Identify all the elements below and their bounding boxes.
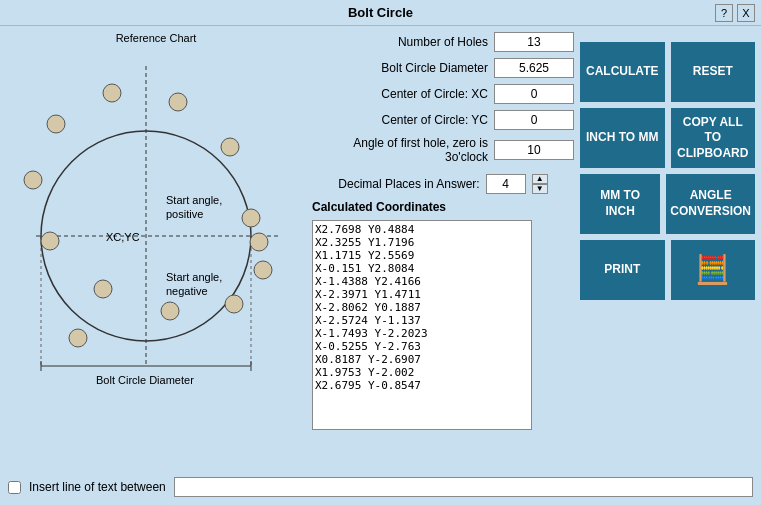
num-holes-row: Number of Holes (312, 32, 574, 52)
svg-text:Bolt Circle Diameter: Bolt Circle Diameter (96, 374, 194, 386)
svg-point-15 (221, 138, 239, 156)
num-holes-label: Number of Holes (398, 35, 488, 49)
center-yc-input[interactable] (494, 110, 574, 130)
title-controls: ? X (715, 4, 755, 22)
help-button[interactable]: ? (715, 4, 733, 22)
insert-text-input[interactable] (174, 477, 753, 497)
title-bar: Bolt Circle ? X (0, 0, 761, 26)
title-text: Bolt Circle (348, 5, 413, 20)
svg-point-25 (250, 233, 268, 251)
center-yc-label: Center of Circle: YC (382, 113, 488, 127)
decimal-input[interactable] (486, 174, 526, 194)
svg-point-23 (225, 295, 243, 313)
svg-text:Start angle,: Start angle, (166, 271, 222, 283)
insert-checkbox[interactable] (8, 481, 21, 494)
calculator-icon: 🧮 (695, 252, 730, 288)
decimal-spinner: ▲ ▼ (532, 174, 548, 194)
bolt-diameter-input[interactable] (494, 58, 574, 78)
main-content: Reference Chart Bolt Circle D (0, 26, 761, 505)
coords-label: Calculated Coordinates (312, 200, 574, 214)
svg-point-14 (242, 209, 260, 227)
num-holes-input[interactable] (494, 32, 574, 52)
svg-point-20 (41, 232, 59, 250)
decimal-label: Decimal Places in Answer: (338, 177, 479, 191)
svg-text:negative: negative (166, 285, 208, 297)
btn-row-4: PRINT 🧮 (580, 240, 755, 300)
mm-to-inch-button[interactable]: MM TO INCH (580, 174, 660, 234)
spin-down-button[interactable]: ▼ (532, 184, 548, 194)
calculate-button[interactable]: CALCULATE (580, 42, 665, 102)
svg-text:positive: positive (166, 208, 203, 220)
circle-diagram: Bolt Circle Diameter XC,YC Start angle, … (16, 46, 296, 406)
bottom-row: Insert line of text between (8, 477, 753, 497)
copy-all-button[interactable]: COPY ALL TOCLIPBOARD (671, 108, 756, 168)
inch-to-mm-button[interactable]: INCH TO MM (580, 108, 665, 168)
center-xc-label: Center of Circle: XC (381, 87, 488, 101)
spin-up-button[interactable]: ▲ (532, 174, 548, 184)
reference-chart-label: Reference Chart (6, 32, 306, 44)
bolt-diameter-row: Bolt Circle Diameter (312, 58, 574, 78)
first-hole-label: Angle of first hole, zero is 3o'clock (312, 136, 488, 164)
center-xc-row: Center of Circle: XC (312, 84, 574, 104)
svg-point-21 (94, 280, 112, 298)
center-xc-input[interactable] (494, 84, 574, 104)
first-hole-row: Angle of first hole, zero is 3o'clock (312, 136, 574, 164)
left-panel: Reference Chart Bolt Circle D (6, 32, 306, 499)
svg-point-18 (47, 115, 65, 133)
center-yc-row: Center of Circle: YC (312, 110, 574, 130)
print-button[interactable]: PRINT (580, 240, 665, 300)
svg-point-19 (24, 171, 42, 189)
right-panel: CALCULATE RESET INCH TO MM COPY ALL TOCL… (580, 32, 755, 499)
btn-row-2: INCH TO MM COPY ALL TOCLIPBOARD (580, 108, 755, 168)
calculator-icon-button[interactable]: 🧮 (671, 240, 756, 300)
first-hole-input[interactable] (494, 140, 574, 160)
svg-point-26 (69, 329, 87, 347)
bolt-diameter-label: Bolt Circle Diameter (381, 61, 488, 75)
angle-conversion-button[interactable]: ANGLECONVERSION (666, 174, 755, 234)
svg-point-22 (161, 302, 179, 320)
svg-point-24 (254, 261, 272, 279)
close-button[interactable]: X (737, 4, 755, 22)
middle-panel: Number of Holes Bolt Circle Diameter Cen… (312, 32, 574, 499)
coords-textarea[interactable] (312, 220, 532, 430)
btn-row-1: CALCULATE RESET (580, 42, 755, 102)
insert-label: Insert line of text between (29, 480, 166, 494)
reset-button[interactable]: RESET (671, 42, 756, 102)
svg-point-16 (169, 93, 187, 111)
app-window: Bolt Circle ? X Reference Chart (0, 0, 761, 505)
svg-text:XC,YC: XC,YC (106, 231, 140, 243)
svg-point-17 (103, 84, 121, 102)
btn-row-3: MM TO INCH ANGLECONVERSION (580, 174, 755, 234)
svg-text:Start angle,: Start angle, (166, 194, 222, 206)
decimal-row: Decimal Places in Answer: ▲ ▼ (312, 174, 574, 194)
